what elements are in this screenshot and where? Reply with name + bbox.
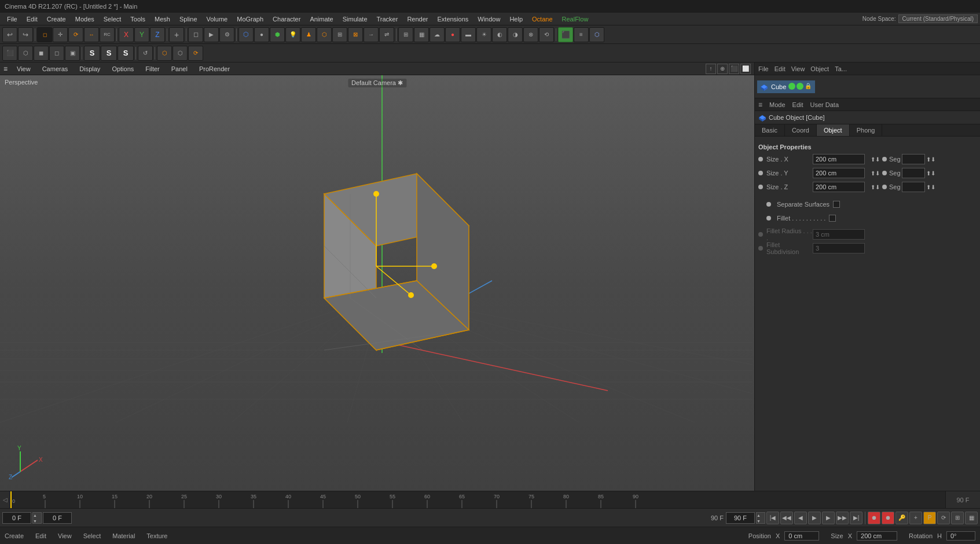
size-x-value[interactable]: 200 cm	[813, 154, 865, 164]
light-btn[interactable]: 💡	[285, 27, 300, 42]
size-x-arrows[interactable]: ⬆⬇	[871, 156, 880, 163]
auto-record-btn[interactable]: ⏺	[882, 512, 894, 524]
z-axis-btn[interactable]: Z	[150, 27, 165, 42]
sun-btn[interactable]: ☀	[476, 27, 491, 42]
tab-phong[interactable]: Phong	[850, 124, 883, 136]
hdr-btn[interactable]: ◐	[492, 27, 507, 42]
polygon-mode-btn[interactable]: ◼	[34, 46, 49, 61]
prev-keyframe-btn[interactable]: ◀◀	[780, 512, 793, 524]
vp-view[interactable]: View	[14, 65, 33, 72]
reflect-btn[interactable]: ◑	[508, 27, 523, 42]
vp-display[interactable]: Display	[77, 65, 102, 72]
pos-x-value[interactable]: 0 cm	[784, 531, 819, 541]
undo-button[interactable]: ↩	[2, 27, 17, 42]
fillet-checkbox[interactable]	[829, 215, 836, 222]
size-y-value[interactable]: 200 cm	[813, 168, 865, 178]
menu-edit[interactable]: Edit	[22, 14, 42, 24]
status-select[interactable]: Select	[83, 532, 101, 539]
rp-view[interactable]: View	[791, 65, 805, 72]
keyframe2-btn[interactable]: +	[909, 512, 922, 524]
menu-character[interactable]: Character	[268, 14, 305, 24]
array-btn[interactable]: ⊞	[332, 27, 347, 42]
seg-z-arrows[interactable]: ⬆⬇	[926, 184, 935, 190]
scale-btn[interactable]: ↔	[84, 27, 99, 42]
rp-edit[interactable]: Edit	[775, 65, 786, 72]
subdiv-btn[interactable]: ⬡	[157, 46, 172, 61]
select-mode-btn[interactable]: ◻	[37, 27, 52, 42]
render-queue-btn[interactable]: ≡	[574, 27, 589, 42]
active-obj-btn[interactable]: ⬛	[558, 27, 573, 42]
current-frame-input[interactable]	[2, 512, 31, 524]
bend-btn[interactable]: ⬡	[317, 27, 332, 42]
rp-mode[interactable]: Mode	[769, 101, 786, 108]
seg-x-arrows[interactable]: ⬆⬇	[926, 156, 935, 163]
tab-object[interactable]: Object	[817, 124, 850, 136]
next-frame-btn[interactable]: ▶	[822, 512, 835, 524]
status-create[interactable]: Create	[5, 532, 24, 539]
vp-options[interactable]: Options	[109, 65, 136, 72]
seg-y-arrows[interactable]: ⬆⬇	[926, 170, 935, 177]
tab-basic[interactable]: Basic	[755, 124, 785, 136]
menu-window[interactable]: Window	[473, 14, 505, 24]
char-btn[interactable]: ♟	[301, 27, 316, 42]
vp-icon-expand[interactable]: ⬜	[740, 64, 751, 74]
s1-btn[interactable]: S	[84, 46, 100, 61]
timeline-collapse[interactable]: ◁	[0, 491, 10, 508]
node-editor-btn[interactable]: ⬡	[589, 27, 604, 42]
keyframe-btn[interactable]: 🔑	[895, 512, 908, 524]
tab-coord[interactable]: Coord	[785, 124, 817, 136]
frame-display[interactable]	[43, 512, 72, 524]
settings-btn[interactable]: ⚙	[219, 27, 234, 42]
play-btn[interactable]: ▶	[204, 27, 219, 42]
playback-speed-btn[interactable]: P	[923, 512, 936, 524]
brush-btn[interactable]: ⟳	[188, 46, 203, 61]
menu-volume[interactable]: Volume	[202, 14, 233, 24]
status-texture[interactable]: Texture	[146, 532, 167, 539]
menu-file[interactable]: File	[2, 14, 22, 24]
frame-stepper[interactable]: ▲ ▼	[32, 512, 42, 524]
seg-z-value[interactable]	[902, 182, 925, 192]
point-mode-btn[interactable]: ▣	[65, 46, 80, 61]
record-btn[interactable]: ⏺	[868, 512, 880, 524]
viewport-menu-icon[interactable]: ≡	[3, 65, 8, 73]
cube-prim-btn[interactable]: ⬡	[238, 27, 254, 42]
vp-panel[interactable]: Panel	[169, 65, 190, 72]
redo-button[interactable]: ↪	[18, 27, 33, 42]
menu-simulate[interactable]: Simulate	[338, 14, 372, 24]
sky-btn[interactable]: ☁	[430, 27, 445, 42]
rp-tags[interactable]: Ta...	[835, 65, 847, 72]
seg-y-value[interactable]	[902, 168, 925, 178]
menu-mograph[interactable]: MoGraph	[232, 14, 268, 24]
rp-object[interactable]: Object	[810, 65, 829, 72]
rp-file[interactable]: File	[758, 65, 769, 72]
go-start-btn[interactable]: |◀	[766, 512, 779, 524]
menu-tools[interactable]: Tools	[126, 14, 150, 24]
prev-frame-btn[interactable]: ◀	[794, 512, 807, 524]
end-frame-stepper[interactable]: ▲ ▼	[756, 512, 765, 524]
render-dot[interactable]	[797, 83, 803, 90]
vp-cameras[interactable]: Cameras	[40, 65, 71, 72]
render-to-pic-btn[interactable]: ▬	[461, 27, 476, 42]
viewport[interactable]: ≡ View Cameras Display Options Filter Pa…	[0, 63, 754, 491]
rc-btn[interactable]: RC	[100, 27, 115, 42]
separate-surfaces-checkbox[interactable]	[833, 201, 840, 208]
render-btn[interactable]: ●	[445, 27, 460, 42]
obj-mode-btn[interactable]: ⬡	[18, 46, 33, 61]
arrow-btn[interactable]: →	[364, 27, 379, 42]
seg-x-value[interactable]	[902, 154, 925, 164]
rotate-btn[interactable]: ⟳	[68, 27, 83, 42]
model-mode-btn[interactable]: ⬛	[2, 46, 17, 61]
next-keyframe-btn[interactable]: ▶▶	[836, 512, 849, 524]
move-btn[interactable]: ✛	[53, 27, 68, 42]
size-y-arrows[interactable]: ⬆⬇	[871, 170, 880, 177]
vp-icon-arrows[interactable]: ⊕	[717, 64, 728, 74]
end-frame-input[interactable]	[726, 512, 755, 524]
menu-render[interactable]: Render	[402, 14, 432, 24]
boole-btn[interactable]: ⊠	[348, 27, 363, 42]
subdiv2-btn[interactable]: ⬡	[172, 46, 188, 61]
rp-edit2[interactable]: Edit	[792, 101, 803, 108]
vp-filter[interactable]: Filter	[143, 65, 162, 72]
anim-btn[interactable]: ⟲	[539, 27, 554, 42]
menu-tracker[interactable]: Tracker	[372, 14, 403, 24]
s2-btn[interactable]: S	[101, 46, 117, 61]
